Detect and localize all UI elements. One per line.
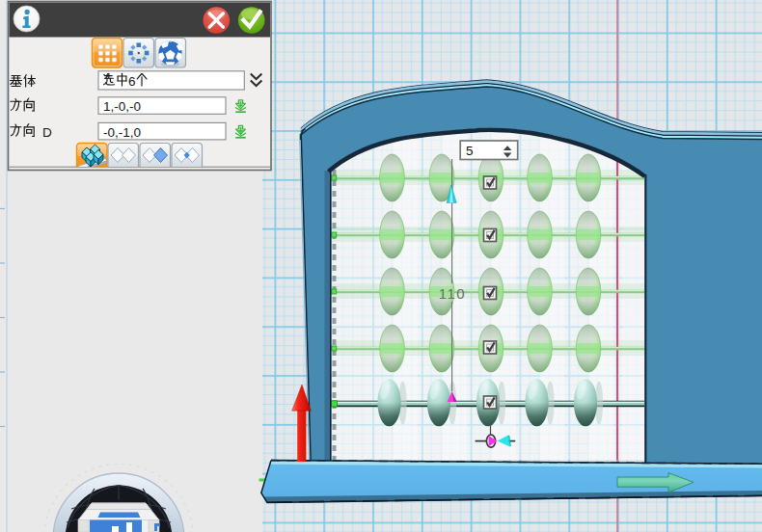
svg-text:1,-0,-0: 1,-0,-0 xyxy=(103,99,141,114)
svg-text:6: 6 xyxy=(128,74,136,89)
svg-text:110: 110 xyxy=(439,285,466,302)
svg-text:D: D xyxy=(42,125,52,140)
svg-text:5: 5 xyxy=(466,144,474,158)
svg-text:-0,-1,0: -0,-1,0 xyxy=(103,125,141,140)
